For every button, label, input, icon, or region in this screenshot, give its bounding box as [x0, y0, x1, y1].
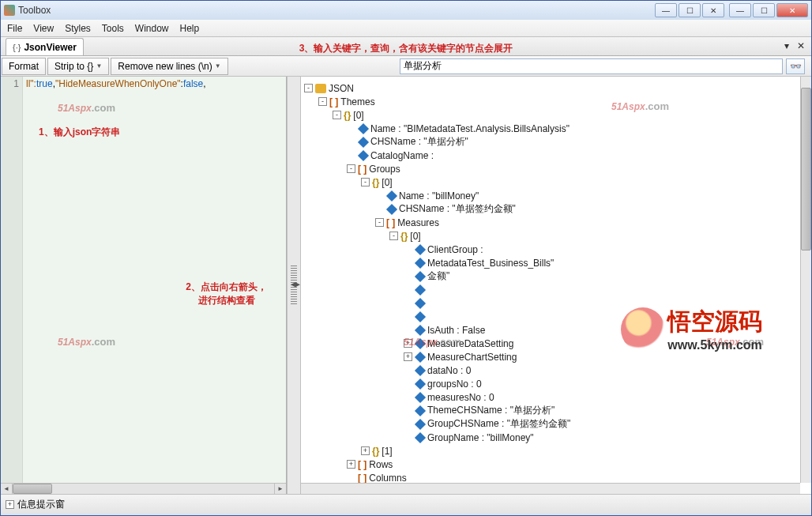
tree-node[interactable]: [304, 310, 808, 323]
tab-label: JsonViewer: [24, 42, 76, 53]
tree-node[interactable]: +MeasureChartSetting: [304, 350, 808, 363]
tabstrip-close-icon[interactable]: ✕: [795, 40, 806, 51]
tree-node[interactable]: Name : "BIMetadataTest.Analysis.BillsAna…: [304, 122, 808, 135]
tree-node[interactable]: -JSON: [304, 81, 808, 95]
tree-node[interactable]: groupsNo : 0: [304, 377, 808, 390]
search-button[interactable]: 👓: [786, 58, 805, 74]
property-icon: [415, 418, 426, 429]
node-label: CHSName : "单据分析": [370, 135, 468, 149]
key-icon: {}: [400, 231, 408, 242]
array-icon: [ ]: [386, 217, 395, 228]
status-expand-icon[interactable]: +: [6, 500, 14, 509]
tree-node[interactable]: dataNo : 0: [304, 363, 808, 377]
instruction-1: 1、输入json字符串: [39, 126, 120, 139]
tree-pane: -JSON-[ ]Themes-{}[0]Name : "BIMetadataT…: [301, 77, 811, 494]
json-tree[interactable]: -JSON-[ ]Themes-{}[0]Name : "BIMetadataT…: [301, 77, 811, 494]
node-label: GroupName : "billMoney": [427, 432, 534, 443]
tree-node[interactable]: -{}[0]: [304, 175, 808, 189]
expander-icon[interactable]: +: [404, 352, 412, 361]
tree-node[interactable]: -{}[0]: [304, 229, 808, 243]
maximize-button[interactable]: ☐: [753, 3, 775, 17]
strip-button[interactable]: Strip to {}▼: [47, 58, 109, 75]
tab-jsonviewer[interactable]: {·} JsonViewer: [6, 38, 84, 55]
property-icon: [415, 297, 426, 308]
minimize-button[interactable]: —: [729, 3, 751, 17]
tree-node[interactable]: IsAuth : False: [304, 323, 808, 337]
property-icon: [358, 149, 369, 160]
expander-icon[interactable]: -: [361, 178, 370, 186]
tree-node[interactable]: -[ ]Measures: [304, 216, 808, 229]
code-editor[interactable]: ll":true,"HideMeasureWhenOnlyOne":false,…: [23, 77, 286, 494]
expander-icon[interactable]: +: [361, 446, 370, 455]
expander-icon[interactable]: +: [347, 460, 355, 469]
menu-view[interactable]: View: [33, 23, 54, 34]
expander-icon[interactable]: +: [404, 339, 412, 348]
window-buttons-back: — ☐ ✕: [655, 3, 724, 17]
array-icon: [ ]: [358, 473, 367, 484]
tree-node[interactable]: -{}[0]: [304, 108, 808, 122]
close-button-back[interactable]: ✕: [702, 3, 724, 17]
expander-icon[interactable]: -: [389, 232, 398, 240]
remove-newlines-button[interactable]: Remove new lines (\n)▼: [111, 58, 227, 75]
node-label: [0]: [353, 110, 363, 121]
tree-node[interactable]: GroupCHSName : "单据签约金额": [304, 417, 808, 431]
node-label: GroupCHSName : "单据签约金额": [427, 417, 570, 431]
tabstrip-dropdown-icon[interactable]: ▾: [781, 40, 792, 51]
tree-node[interactable]: +MeasureDataSetting: [304, 337, 808, 350]
tree-node[interactable]: +[ ]Rows: [304, 458, 808, 471]
tree-node[interactable]: -[ ]Groups: [304, 162, 808, 175]
outer-titlebar[interactable]: Toolbox — ☐ ✕ — ☐ ✕: [1, 1, 811, 20]
property-icon: [358, 136, 369, 147]
node-label: Columns: [369, 473, 406, 484]
node-label: JSON: [329, 83, 354, 94]
expander-icon[interactable]: -: [375, 218, 384, 227]
close-button[interactable]: ✕: [776, 3, 808, 17]
node-label: groupsNo : 0: [427, 379, 482, 390]
editor-scrollbar-x[interactable]: [1, 483, 286, 494]
expander-icon[interactable]: -: [318, 97, 327, 106]
tree-node[interactable]: CatalogName :: [304, 149, 808, 162]
node-label: Groups: [369, 164, 400, 175]
menu-file[interactable]: File: [7, 23, 22, 34]
search-input[interactable]: 单据分析: [400, 58, 783, 74]
tree-node[interactable]: MetadataTest_Business_Bills": [304, 256, 808, 269]
node-label: IsAuth : False: [427, 325, 485, 336]
tree-node[interactable]: [304, 296, 808, 310]
tree-node[interactable]: 金额": [304, 269, 808, 283]
tree-node[interactable]: +{}[1]: [304, 444, 808, 458]
tree-node[interactable]: ThemeCHSName : "单据分析": [304, 404, 808, 417]
tree-node[interactable]: -[ ]Themes: [304, 95, 808, 108]
property-icon: [415, 284, 426, 295]
maximize-button-back[interactable]: ☐: [679, 3, 701, 17]
node-label: ThemeCHSName : "单据分析": [427, 404, 554, 417]
menu-window[interactable]: Window: [135, 23, 169, 34]
menu-styles[interactable]: Styles: [65, 23, 91, 34]
node-label: [0]: [410, 231, 420, 242]
menu-help[interactable]: Help: [180, 23, 200, 34]
expander-icon[interactable]: -: [347, 164, 355, 173]
tree-node[interactable]: CHSName : "单据分析": [304, 135, 808, 149]
tree-node[interactable]: measuresNo : 0: [304, 390, 808, 404]
tree-scrollbar-y[interactable]: [800, 77, 811, 483]
node-label: MeasureDataSetting: [427, 338, 513, 349]
tree-node[interactable]: GroupName : "billMoney": [304, 431, 808, 444]
toolbar: Format Strip to {}▼ Remove new lines (\n…: [1, 56, 811, 77]
tree-node[interactable]: Name : "billMoney": [304, 189, 808, 202]
tree-scrollbar-x[interactable]: [301, 483, 800, 494]
app-icon: [4, 5, 15, 16]
format-button[interactable]: Format: [2, 58, 46, 75]
binoculars-icon: 👓: [790, 61, 802, 72]
expander-icon[interactable]: -: [333, 111, 341, 119]
tree-node[interactable]: [304, 283, 808, 296]
watermark: 51Aspx.com: [58, 96, 115, 116]
expander-icon[interactable]: -: [304, 84, 313, 92]
menu-tools[interactable]: Tools: [102, 23, 124, 34]
property-icon: [415, 364, 426, 375]
node-label: measuresNo : 0: [427, 392, 494, 403]
tree-node[interactable]: ClientGroup :: [304, 243, 808, 256]
window-buttons: — ☐ ✕: [729, 3, 808, 17]
minimize-button-back[interactable]: —: [655, 3, 677, 17]
tree-node[interactable]: CHSName : "单据签约金额": [304, 202, 808, 216]
node-label: [1]: [382, 446, 392, 457]
splitter[interactable]: ◄►: [287, 77, 301, 494]
